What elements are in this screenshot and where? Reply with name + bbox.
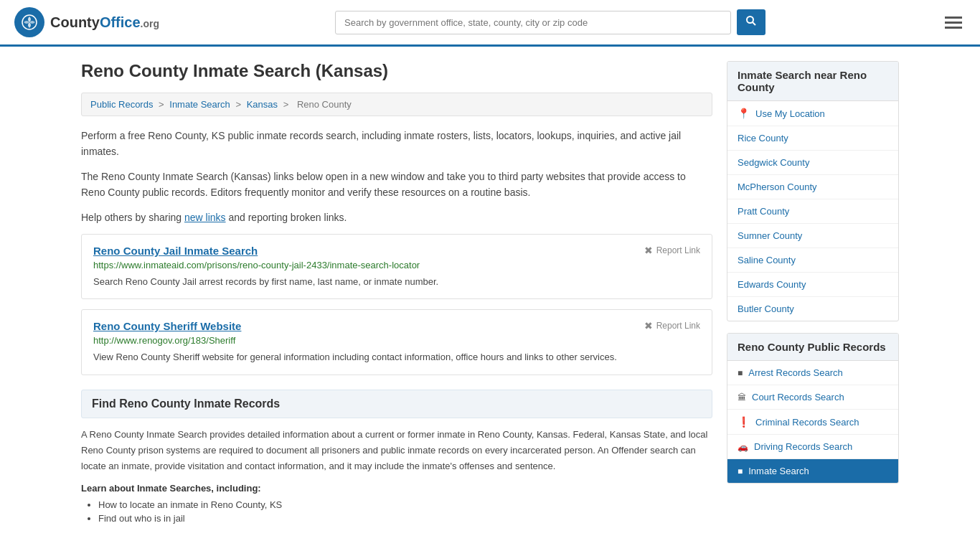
- nearby-item-link[interactable]: Saline County: [738, 255, 796, 265]
- find-body-text: A Reno County Inmate Search provides det…: [81, 427, 712, 474]
- learn-heading: Learn about Inmate Searches, including:: [81, 483, 712, 494]
- link-description: View Reno County Sheriff website for gen…: [93, 350, 700, 364]
- link-card-title[interactable]: Reno County Jail Inmate Search: [93, 245, 258, 257]
- sidebar-nearby-item[interactable]: Saline County: [727, 248, 898, 273]
- link-description: Search Reno County Jail arrest records b…: [93, 275, 700, 289]
- new-links-link[interactable]: new links: [184, 212, 226, 223]
- breadcrumb: Public Records > Inmate Search > Kansas …: [81, 93, 712, 116]
- description-1: Perform a free Reno County, KS public in…: [81, 128, 712, 160]
- public-records-items-container: ■Arrest Records Search🏛Court Records Sea…: [727, 361, 898, 483]
- sidebar-nearby-item[interactable]: Pratt County: [727, 199, 898, 224]
- link-cards-container: Reno County Jail Inmate Search ✖ Report …: [81, 234, 712, 375]
- report-icon: ✖: [644, 245, 653, 256]
- sidebar-records-item[interactable]: ■Arrest Records Search: [727, 361, 898, 385]
- sidebar-nearby-item[interactable]: 📍Use My Location: [727, 101, 898, 126]
- records-item-link[interactable]: Inmate Search: [748, 466, 809, 476]
- content-area: Reno County Inmate Search (Kansas) Publi…: [81, 61, 712, 527]
- learn-bullets-list: How to locate an inmate in Reno County, …: [81, 499, 712, 524]
- page-title: Reno County Inmate Search (Kansas): [81, 61, 712, 81]
- list-item: How to locate an inmate in Reno County, …: [98, 499, 712, 510]
- find-section-heading: Find Reno County Inmate Records: [81, 390, 712, 418]
- logo-icon: [14, 7, 44, 37]
- description-3-post: and reporting broken links.: [226, 212, 347, 223]
- sidebar: Inmate Search near Reno County 📍Use My L…: [727, 61, 899, 527]
- menu-button[interactable]: [941, 13, 966, 32]
- criminal-icon: ❗: [738, 416, 750, 428]
- location-icon: 📍: [738, 108, 750, 119]
- nearby-item-link[interactable]: Use My Location: [755, 108, 825, 119]
- breadcrumb-inmate-search[interactable]: Inmate Search: [169, 99, 230, 110]
- sidebar-records-item[interactable]: 🏛Court Records Search: [727, 385, 898, 410]
- nearby-item-link[interactable]: McPherson County: [738, 182, 817, 192]
- link-card-header: Reno County Sheriff Website ✖ Report Lin…: [93, 320, 700, 332]
- nearby-item-link[interactable]: Butler County: [738, 303, 794, 314]
- arrest-icon: ■: [738, 368, 743, 378]
- court-icon: 🏛: [738, 392, 746, 402]
- sidebar-nearby-item[interactable]: Butler County: [727, 297, 898, 321]
- sidebar-nearby-item[interactable]: Sumner County: [727, 224, 898, 248]
- records-item-link[interactable]: Criminal Records Search: [755, 417, 859, 428]
- site-header: CountyOffice.org: [0, 0, 980, 47]
- report-link-button[interactable]: ✖ Report Link: [644, 245, 700, 256]
- breadcrumb-public-records[interactable]: Public Records: [90, 99, 153, 110]
- search-input[interactable]: [335, 11, 731, 34]
- sidebar-nearby-item[interactable]: Rice County: [727, 126, 898, 151]
- nearby-item-link[interactable]: Pratt County: [738, 206, 789, 217]
- link-card-header: Reno County Jail Inmate Search ✖ Report …: [93, 245, 700, 257]
- public-records-section: Reno County Public Records ■Arrest Recor…: [727, 333, 899, 484]
- sidebar-records-item[interactable]: 🚗Driving Records Search: [727, 435, 898, 459]
- svg-line-2: [753, 22, 755, 25]
- nearby-items-container: 📍Use My LocationRice CountySedgwick Coun…: [727, 101, 898, 321]
- sidebar-records-item[interactable]: ■Inmate Search: [727, 459, 898, 483]
- sidebar-records-item[interactable]: ❗Criminal Records Search: [727, 410, 898, 435]
- public-records-section-title: Reno County Public Records: [727, 334, 898, 361]
- search-area: [335, 9, 765, 35]
- sidebar-nearby-item[interactable]: Sedgwick County: [727, 151, 898, 175]
- logo-text: CountyOffice.org: [50, 14, 159, 31]
- nearby-section: Inmate Search near Reno County 📍Use My L…: [727, 61, 899, 321]
- records-item-link[interactable]: Arrest Records Search: [748, 367, 843, 378]
- report-icon: ✖: [644, 320, 653, 331]
- logo-area: CountyOffice.org: [14, 7, 159, 37]
- nearby-item-link[interactable]: Rice County: [738, 133, 788, 143]
- driving-icon: 🚗: [738, 442, 748, 452]
- description-3-pre: Help others by sharing: [81, 212, 184, 223]
- link-card-title[interactable]: Reno County Sheriff Website: [93, 320, 241, 332]
- search-button[interactable]: [737, 9, 765, 35]
- sidebar-nearby-item[interactable]: Edwards County: [727, 273, 898, 297]
- breadcrumb-current: Reno County: [297, 99, 352, 110]
- breadcrumb-kansas[interactable]: Kansas: [247, 99, 278, 110]
- link-card: Reno County Jail Inmate Search ✖ Report …: [81, 234, 712, 300]
- nearby-item-link[interactable]: Sumner County: [738, 230, 802, 241]
- records-item-link[interactable]: Driving Records Search: [754, 441, 852, 452]
- description-3: Help others by sharing new links and rep…: [81, 209, 712, 225]
- description-2: The Reno County Inmate Search (Kansas) l…: [81, 169, 712, 201]
- list-item: Find out who is in jail: [98, 513, 712, 524]
- sidebar-nearby-item[interactable]: McPherson County: [727, 175, 898, 199]
- report-link-label: Report Link: [656, 321, 700, 331]
- report-link-button[interactable]: ✖ Report Link: [644, 320, 700, 331]
- records-item-link[interactable]: Court Records Search: [752, 392, 844, 402]
- main-container: Reno County Inmate Search (Kansas) Publi…: [67, 47, 913, 541]
- nearby-item-link[interactable]: Edwards County: [738, 279, 806, 290]
- nearby-item-link[interactable]: Sedgwick County: [738, 157, 809, 168]
- report-link-label: Report Link: [656, 245, 700, 255]
- inmate-icon: ■: [738, 466, 743, 476]
- link-url[interactable]: http://www.renogov.org/183/Sheriff: [93, 335, 700, 346]
- link-card: Reno County Sheriff Website ✖ Report Lin…: [81, 309, 712, 375]
- svg-point-1: [747, 17, 753, 23]
- nearby-section-title: Inmate Search near Reno County: [727, 62, 898, 101]
- link-url[interactable]: https://www.inmateaid.com/prisons/reno-c…: [93, 260, 700, 270]
